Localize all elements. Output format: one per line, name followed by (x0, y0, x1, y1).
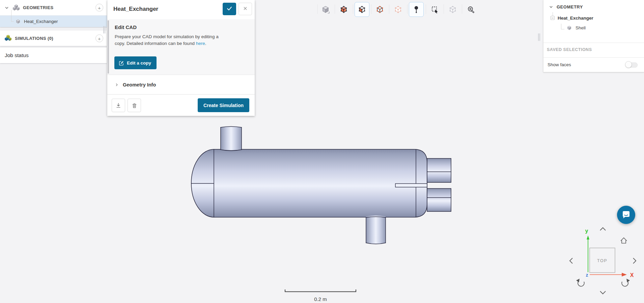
sidebar-resize-handle[interactable] (103, 26, 106, 33)
edit-cad-section: Edit CAD Prepare your CAD model for simu… (107, 19, 255, 75)
transform-button[interactable] (445, 2, 460, 17)
vessel-shell[interactable] (191, 149, 427, 217)
trash-icon (131, 102, 138, 109)
job-status-row[interactable]: Job status (0, 48, 107, 63)
view-cube-label: TOP (597, 258, 607, 263)
geometry-header-row[interactable]: GEOMETRY (543, 0, 644, 14)
support-chat-button[interactable] (617, 206, 635, 224)
edit-cad-desc-line2: copy. Detailed information can be found (115, 41, 195, 46)
chevron-down-icon[interactable] (549, 5, 553, 9)
probe-point-button[interactable] (409, 2, 424, 17)
rotate-right-button[interactable] (633, 258, 636, 263)
download-icon (115, 102, 122, 109)
select-volumes-icon (339, 5, 348, 14)
chevron-down-icon[interactable] (4, 5, 9, 10)
box-select-icon (430, 5, 439, 14)
edit-cad-desc-line1: Prepare your CAD model for simulation by… (115, 34, 219, 39)
rotate-down-button[interactable] (600, 291, 606, 294)
scale-bar-label: 0.2 m (314, 296, 327, 302)
geometries-card: GEOMETRIES + Heat_Exchanger (0, 0, 107, 27)
geometry-tree-item[interactable]: Heat_Exchanger (0, 16, 107, 27)
selection-panel: GEOMETRY Heat_Exchanger Shell (543, 0, 644, 72)
view-navigation-widget: TOP y X z (570, 228, 636, 294)
right-lower-pipe[interactable] (427, 188, 451, 211)
add-simulation-button[interactable]: + (95, 34, 103, 42)
select-faces-icon (358, 5, 366, 14)
simulations-header-label: SIMULATIONS (0) (15, 36, 53, 41)
delete-button[interactable] (128, 99, 141, 112)
select-volumes-button[interactable] (336, 2, 351, 17)
top-nozzle[interactable] (221, 126, 242, 151)
add-geometry-button[interactable]: + (95, 4, 103, 11)
select-vertices-button[interactable] (391, 2, 405, 17)
transform-icon (448, 5, 457, 14)
documentation-link[interactable]: here (196, 41, 205, 46)
edit-a-copy-button[interactable]: Edit a copy (114, 56, 157, 69)
chat-bubble-icon (621, 209, 632, 220)
chevron-right-icon (115, 83, 119, 87)
rotate-up-button[interactable] (600, 228, 606, 230)
rotate-left-button[interactable] (570, 258, 572, 263)
check-icon (226, 5, 233, 12)
rotate-ccw-button[interactable] (576, 279, 584, 286)
confirm-button[interactable] (223, 3, 236, 15)
simulations-icon (4, 34, 12, 42)
shell-cube-icon (566, 25, 572, 31)
edit-cad-desc-period: . (205, 41, 206, 46)
geometries-header-label: GEOMETRIES (23, 5, 54, 10)
axis-z-label: z (586, 272, 588, 278)
detail-panel-header: Heat_Exchanger (107, 0, 255, 19)
close-button[interactable] (239, 3, 252, 15)
tree-child-row[interactable]: Shell (543, 22, 644, 33)
simulations-header-row[interactable]: SIMULATIONS (0) + (0, 30, 107, 46)
tree-child-label: Shell (576, 25, 586, 30)
axis-x-label: X (630, 272, 634, 278)
axis-y-label: y (585, 228, 588, 234)
panel-scrollbar[interactable] (108, 20, 109, 74)
show-faces-toggle[interactable] (625, 61, 638, 68)
select-edges-button[interactable] (372, 2, 387, 17)
geometry-cube-icon (15, 19, 21, 24)
home-view-icon[interactable] (621, 238, 627, 243)
right-upper-pipe[interactable] (427, 158, 451, 182)
edit-cad-heading: Edit CAD (115, 24, 137, 30)
geometry-tree: Heat_Exchanger Shell (543, 14, 644, 33)
job-status-card: Job status (0, 48, 107, 63)
box-select-button[interactable] (427, 2, 442, 17)
geometries-header-row[interactable]: GEOMETRIES + (0, 0, 107, 16)
measure-icon (467, 5, 475, 14)
heat-exchanger-model[interactable] (191, 126, 451, 244)
geometry-item-label: Heat_Exchanger (24, 19, 58, 24)
tree-root-row[interactable]: Heat_Exchanger (543, 14, 644, 22)
geometry-info-expander[interactable]: Geometry Info (107, 75, 255, 95)
saved-selections-header: SAVED SELECTIONS (547, 47, 592, 52)
select-edges-icon (375, 5, 384, 14)
download-button[interactable] (112, 99, 125, 112)
edit-a-copy-label: Edit a copy (127, 60, 151, 66)
baffle-slot[interactable] (395, 184, 427, 187)
axis-x-arrowhead (622, 273, 627, 277)
measure-button[interactable] (464, 2, 478, 17)
geometry-info-label: Geometry Info (123, 82, 156, 87)
axis-y-arrowhead (587, 235, 589, 239)
scale-bar: 0.2 m (285, 289, 356, 302)
application-window: 0.2 m TOP y X z (0, 0, 644, 303)
geometries-icon (12, 4, 20, 12)
create-simulation-button[interactable]: Create Simulation (198, 98, 249, 112)
job-status-label: Job status (5, 52, 29, 58)
rotate-cw-button[interactable] (622, 279, 630, 286)
collapse-box-icon[interactable] (551, 16, 555, 20)
right-panel-resize-handle[interactable] (538, 33, 541, 41)
select-faces-button[interactable] (355, 2, 369, 17)
tree-root-label: Heat_Exchanger (558, 16, 593, 21)
show-faces-label: Show faces (548, 62, 571, 67)
detail-panel-title: Heat_Exchanger (113, 6, 158, 12)
edit-cad-description: Prepare your CAD model for simulation by… (115, 33, 246, 47)
geometry-detail-panel: Heat_Exchanger Edit CAD Prepare your CAD… (107, 0, 255, 116)
bottom-nozzle[interactable] (366, 216, 386, 244)
simulations-card: SIMULATIONS (0) + (0, 30, 107, 46)
edit-pencil-icon (118, 60, 124, 66)
view-mode-icon (321, 5, 330, 14)
close-icon (243, 6, 248, 11)
view-mode-button[interactable] (318, 2, 333, 17)
